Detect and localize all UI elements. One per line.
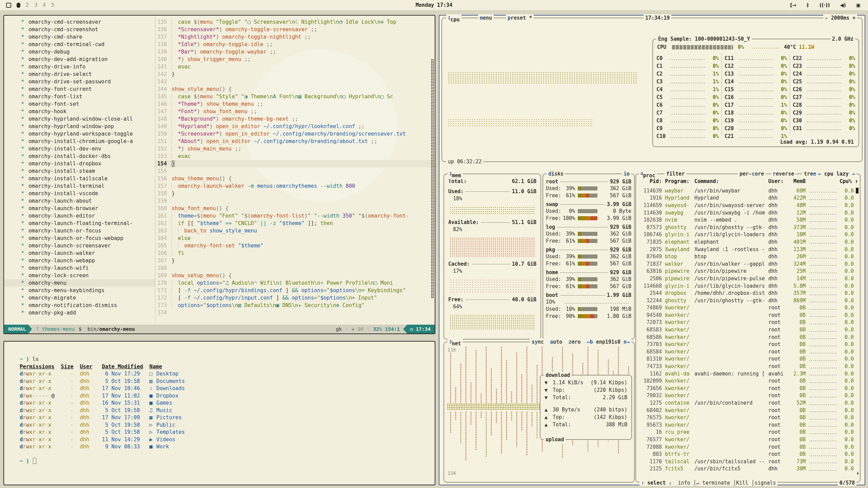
file-item[interactable]: *omarchy-cmd-screenshot bbox=[4, 26, 155, 33]
code-line[interactable]: 146▏ *Theme*) show_theme_menu ;; bbox=[155, 100, 435, 108]
file-item[interactable]: *omarchy-notification-dismiss bbox=[4, 302, 155, 309]
dir-name[interactable]: Documents bbox=[156, 378, 185, 384]
file-item[interactable]: *omarchy-hyprland-window-close-all bbox=[4, 115, 155, 123]
sort-column-selector[interactable]: ← cpu lazy → bbox=[816, 170, 856, 178]
code-line[interactable]: 141▏ esac bbox=[155, 63, 435, 70]
code-line[interactable]: 149▏ *Hyprland*) open_in_editor ~/.confi… bbox=[155, 123, 435, 130]
file-item[interactable]: *omarchy-cmd-share bbox=[4, 33, 155, 41]
code-line[interactable]: 135▏ case $(menu "Toggle" "▢ Screensaver… bbox=[155, 18, 435, 26]
file-item[interactable]: *omarchy-debug bbox=[4, 48, 155, 56]
workspace-4[interactable]: 4 bbox=[43, 2, 46, 8]
code-line[interactable]: 169show_setup_menu() { bbox=[155, 272, 435, 279]
bluetooth-icon[interactable]: ᛒ bbox=[806, 2, 809, 8]
process-row[interactable]: 1162avahi-daavahi-daemon: running [avahi… bbox=[639, 370, 854, 378]
file-item[interactable]: *omarchy-drive-info bbox=[4, 63, 155, 70]
code-line[interactable]: 164▏ else bbox=[155, 235, 435, 242]
code-line[interactable]: 162▏ if [[ "$theme" == "CNCLD" || -z "$t… bbox=[155, 220, 435, 227]
file-item[interactable]: *omarchy-drive-set-password bbox=[4, 78, 155, 85]
process-row[interactable]: 76577kworker/root0B0.0 bbox=[639, 436, 854, 443]
workspace-1-icon[interactable] bbox=[6, 3, 11, 8]
file-item[interactable]: *omarchy-install-docker-dbs bbox=[4, 152, 155, 160]
file-item[interactable]: *omarchy-launch-wifi bbox=[4, 264, 155, 272]
code-line[interactable]: 144show_style_menu() { bbox=[155, 85, 435, 93]
dir-name[interactable]: Dropbox bbox=[156, 393, 178, 399]
code-line[interactable]: 166▏ fi bbox=[155, 249, 435, 257]
workspace-3[interactable]: 3 bbox=[34, 2, 37, 8]
file-item[interactable]: *omarchy-launch-screensaver bbox=[4, 242, 155, 249]
logout-icon[interactable]: [→ bbox=[790, 2, 796, 8]
workspace-2[interactable]: 2 bbox=[26, 2, 29, 8]
code-line[interactable]: 158} bbox=[155, 190, 435, 197]
process-row[interactable]: 79032kworker/root0B0.0 bbox=[639, 392, 854, 400]
code-line[interactable]: 138▏ *Idle*) omarchy-toggle-idle ;; bbox=[155, 41, 435, 48]
code-line[interactable]: 168 bbox=[155, 264, 435, 272]
process-row[interactable]: 2125fcitx5/usr/bin/fcitx5dhh30M0.0 bbox=[639, 465, 854, 473]
file-item[interactable]: *omarchy-install-vscode bbox=[4, 190, 155, 197]
file-item[interactable]: *omarchy-pkg-add bbox=[4, 309, 155, 317]
dir-name[interactable]: Work bbox=[156, 444, 169, 450]
process-row[interactable]: 87649btopbtopdhh26M0.0 bbox=[639, 253, 854, 260]
dir-name[interactable]: Templates bbox=[156, 429, 185, 435]
dir-name[interactable]: Videos bbox=[156, 436, 175, 443]
process-row[interactable]: 63816pipewire/usr/bin/pipewiredhh25M0.0 bbox=[639, 268, 854, 275]
code-line[interactable]: 142} bbox=[155, 70, 435, 78]
file-item[interactable]: *omarchy-launch-about bbox=[4, 197, 155, 205]
code-line[interactable]: 172▏ [ -f ~/.config/hypr/input.conf ] &&… bbox=[155, 294, 435, 302]
process-row[interactable]: 68583kworker/root0B0.0 bbox=[639, 326, 854, 333]
code-line[interactable]: 155 bbox=[155, 167, 435, 175]
process-row[interactable]: 106746glycin-i/usr/lib/glycin-loadersdhh… bbox=[639, 231, 854, 239]
net-controls[interactable]: sync auto zero ←b enp191s0 n→ bbox=[530, 338, 631, 346]
file-item[interactable]: *omarchy-install-tailscale bbox=[4, 175, 155, 182]
code-line[interactable]: 161▏ theme=$(menu "Font" "$(omarchy-font… bbox=[155, 212, 435, 220]
process-row[interactable]: 74869kworker/root0B0.0 bbox=[639, 304, 854, 312]
file-item[interactable]: *omarchy-font-current bbox=[4, 85, 155, 93]
process-row[interactable]: 1275containe/usr/bin/containerdroot52M0.… bbox=[639, 399, 854, 407]
process-row[interactable]: 68584kworker/root0B0.0 bbox=[639, 348, 854, 355]
code-line[interactable]: 156show_theme_menu() { bbox=[155, 175, 435, 182]
code-line[interactable]: 148▏ *Background*) omarchy-theme-bg-next… bbox=[155, 115, 435, 123]
code-line[interactable]: 174 bbox=[155, 309, 435, 317]
proc-footer-action[interactable]: ↵ terminate bbox=[696, 480, 730, 486]
file-item[interactable]: *omarchy-launch-webapp bbox=[4, 257, 155, 264]
process-row[interactable]: 114639waybar/usr/bin/waybardhh69M0.0 bbox=[639, 187, 854, 195]
filter-button[interactable]: filter bbox=[665, 170, 686, 178]
process-row[interactable]: 81310kworker/root0B0.0 bbox=[639, 355, 854, 363]
proc-footer-action[interactable]: Kill bbox=[736, 480, 748, 486]
code-line[interactable]: 151▏ *About*) open_in_editor ~/.config/o… bbox=[155, 138, 435, 145]
code-line[interactable]: 143 bbox=[155, 78, 435, 85]
prompt-line[interactable]: ~ ) bbox=[20, 458, 435, 465]
process-row[interactable]: 2544dropbox/home/dhh/.dropbox-distdhh357… bbox=[639, 289, 854, 297]
process-row[interactable]: 102099kworker/root0B0.0 bbox=[639, 377, 854, 385]
process-row[interactable]: 1170tailscal/usr/sbin/tailscaled --root7… bbox=[639, 458, 854, 465]
file-item[interactable]: *omarchy-font-set bbox=[4, 100, 155, 108]
file-item[interactable]: *omarchy-launch-browser bbox=[4, 205, 155, 212]
process-row[interactable]: 16rcu_preeroot0B0.0 bbox=[639, 429, 854, 436]
file-item[interactable]: *omarchy-launch-or-focus bbox=[4, 227, 155, 235]
dir-name[interactable]: Downloads bbox=[156, 385, 185, 391]
process-row[interactable]: 114668glycin-i/usr/lib/glycin-loadersdhh… bbox=[639, 282, 854, 290]
file-item[interactable]: *omarchy-lock-screen bbox=[4, 272, 155, 279]
code-line[interactable]: 145▏ case $(menu "Style" "◑ Theme\nA Fon… bbox=[155, 93, 435, 100]
code-line[interactable]: 167} bbox=[155, 257, 435, 264]
network-icon[interactable]: ((·)) bbox=[820, 2, 830, 8]
process-row[interactable]: 94540kworker/root0B0.0 bbox=[639, 311, 854, 319]
process-row[interactable]: 95673kworker/root0B0.0 bbox=[639, 421, 854, 429]
process-row[interactable]: 114659swayosd-/usr/bin/swayosd-serverdhh… bbox=[639, 202, 854, 209]
process-row[interactable]: 2506pipewire/usr/bin/pipewire-pulsedhh14… bbox=[639, 275, 854, 282]
dir-name[interactable]: Public bbox=[156, 422, 175, 428]
menu-button[interactable]: menu bbox=[478, 14, 494, 22]
process-row[interactable]: 73656kworker/root0B0.0 bbox=[639, 385, 854, 392]
file-item[interactable]: *omarchy-install-terminal bbox=[4, 182, 155, 190]
dir-name[interactable]: Desktop bbox=[156, 371, 178, 377]
file-item[interactable]: *omarchy-install-steam bbox=[4, 167, 155, 175]
file-item[interactable]: *omarchy-migrate bbox=[4, 294, 155, 302]
code-line[interactable]: 147▏ *Font*) show_font_menu ;; bbox=[155, 108, 435, 115]
process-row[interactable]: 102638nvimnvim --embed .dhh58M0.0 bbox=[639, 216, 854, 224]
file-item[interactable]: *omarchy-hook bbox=[4, 108, 155, 115]
code-line[interactable]: 150▏ *Screensaver*) open_in_editor ~/.co… bbox=[155, 130, 435, 138]
process-row[interactable]: 68402kworker/root0B0.0 bbox=[639, 407, 854, 414]
process-row[interactable]: 1916HyprlandHyprlanddhh422M0.0 bbox=[639, 195, 854, 202]
code-line[interactable]: 140▏ *) show_trigger_menu ;; bbox=[155, 56, 435, 63]
process-row[interactable]: 2075XwaylandXwayland :1 -rootless -dhh11… bbox=[639, 246, 854, 253]
process-row[interactable]: 71837walker/usr/bin/walker --gappldhh324… bbox=[639, 260, 854, 268]
